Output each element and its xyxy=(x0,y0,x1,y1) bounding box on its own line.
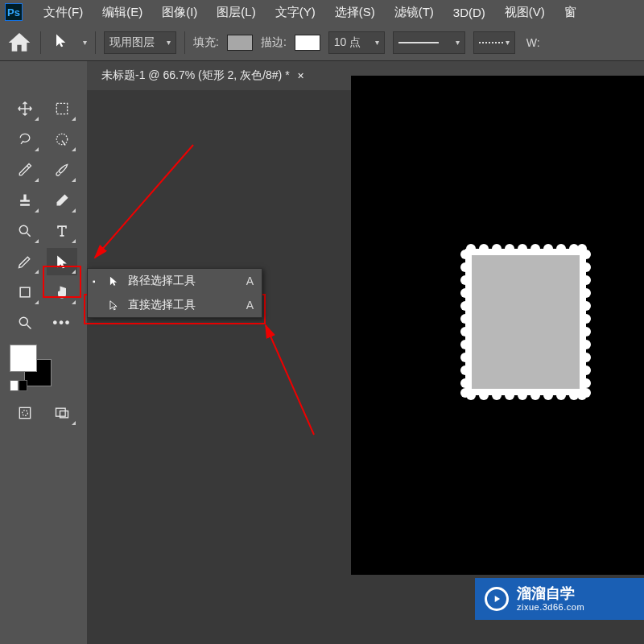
path-select-tool[interactable] xyxy=(47,248,77,275)
fill-label: 填充: xyxy=(193,35,219,50)
chevron-down-icon: ▾ xyxy=(506,38,510,47)
flyout-shortcut: A xyxy=(246,299,254,312)
black-arrow-icon xyxy=(107,275,120,287)
stroke-width-value: 10 点 xyxy=(334,35,361,50)
svg-point-4 xyxy=(19,317,27,325)
menu-file[interactable]: 文件(F) xyxy=(35,2,91,23)
fill-color-swatch[interactable] xyxy=(227,35,253,51)
document-tab[interactable]: 未标题-1 @ 66.7% (矩形 2, 灰色/8#) * × xyxy=(87,61,314,90)
marquee-tool[interactable] xyxy=(47,95,77,122)
stroke-style-line xyxy=(398,42,439,43)
play-icon xyxy=(485,587,509,611)
shape-mode-select[interactable]: 现用图层 ▾ xyxy=(104,31,176,54)
menu-select[interactable]: 选择(S) xyxy=(327,2,383,23)
flyout-direct-selection[interactable]: 直接选择工具 A xyxy=(88,293,262,317)
eraser-tool[interactable] xyxy=(47,187,77,214)
chevron-down-icon[interactable]: ▾ xyxy=(83,38,87,47)
eyedropper-tool[interactable] xyxy=(10,156,40,184)
watermark-title: 溜溜自学 xyxy=(517,586,584,602)
app-logo: Ps xyxy=(5,3,23,21)
color-swatches[interactable] xyxy=(10,345,66,393)
menu-3d[interactable]: 3D(D) xyxy=(445,2,493,23)
path-select-flyout: ▪ 路径选择工具 A 直接选择工具 A xyxy=(87,268,262,318)
svg-point-1 xyxy=(56,134,67,144)
svg-rect-5 xyxy=(19,407,30,418)
menu-filter[interactable]: 滤镜(T) xyxy=(386,2,442,23)
menu-type[interactable]: 文字(Y) xyxy=(267,2,324,23)
foreground-color[interactable] xyxy=(10,345,37,372)
shape-tool[interactable] xyxy=(10,279,40,306)
canvas-artboard xyxy=(351,76,644,575)
chevron-down-icon: ▾ xyxy=(167,38,171,47)
active-bullet-icon: ▪ xyxy=(93,277,99,286)
stroke-width-select[interactable]: 10 点 ▾ xyxy=(328,31,385,54)
menu-image[interactable]: 图像(I) xyxy=(154,2,205,23)
flyout-shortcut: A xyxy=(246,275,254,287)
flyout-path-selection[interactable]: ▪ 路径选择工具 A xyxy=(88,269,262,293)
watermark-sub: zixue.3d66.com xyxy=(517,602,584,612)
pointer-icon[interactable] xyxy=(49,31,73,53)
type-tool[interactable] xyxy=(47,217,77,245)
menu-edit[interactable]: 编辑(E) xyxy=(94,2,151,23)
chevron-down-icon: ▾ xyxy=(375,38,379,47)
pen-tool[interactable] xyxy=(10,248,40,275)
quick-select-tool[interactable] xyxy=(47,126,77,153)
stroke-color-swatch[interactable] xyxy=(295,35,320,51)
stroke-style-select[interactable]: ▾ xyxy=(393,31,465,54)
zoom-tool[interactable] xyxy=(10,309,40,336)
white-arrow-icon xyxy=(107,299,120,311)
width-label: W: xyxy=(526,36,540,49)
svg-point-6 xyxy=(23,411,28,416)
lasso-tool[interactable] xyxy=(10,126,40,153)
stamp-tool[interactable] xyxy=(10,187,40,214)
dodge-tool[interactable] xyxy=(10,217,40,245)
home-button[interactable] xyxy=(6,30,32,56)
stroke-dash xyxy=(479,42,503,43)
svg-rect-7 xyxy=(56,408,66,416)
menu-bar: Ps 文件(F) 编辑(E) 图像(I) 图层(L) 文字(Y) 选择(S) 滤… xyxy=(0,0,644,24)
screenmode-tool[interactable] xyxy=(47,399,77,427)
stroke-dash-select[interactable]: ▾ xyxy=(473,31,515,54)
default-colors-icon[interactable] xyxy=(10,380,27,391)
separator xyxy=(184,31,185,54)
document-tab-title: 未标题-1 @ 66.7% (矩形 2, 灰色/8#) * xyxy=(101,68,290,83)
menu-window[interactable]: 窗 xyxy=(556,2,584,23)
close-icon[interactable]: × xyxy=(298,69,304,82)
brush-tool[interactable] xyxy=(47,156,77,184)
separator xyxy=(95,31,96,54)
svg-point-2 xyxy=(19,225,27,233)
options-bar: ▾ 现用图层 ▾ 填充: 描边: 10 点 ▾ ▾ ▾ W: xyxy=(0,24,644,61)
watermark-badge: 溜溜自学 zixue.3d66.com xyxy=(475,578,644,620)
stroke-label: 描边: xyxy=(261,35,287,50)
svg-rect-0 xyxy=(56,103,67,114)
menu-layer[interactable]: 图层(L) xyxy=(208,2,263,23)
svg-rect-3 xyxy=(20,287,30,297)
hand-tool[interactable] xyxy=(47,279,77,306)
chevron-down-icon: ▾ xyxy=(456,38,460,47)
flyout-item-label: 路径选择工具 xyxy=(128,274,196,288)
separator xyxy=(40,31,41,54)
quickmask-tool[interactable] xyxy=(10,399,40,427)
shape-mode-value: 现用图层 xyxy=(109,35,155,50)
move-tool[interactable] xyxy=(10,95,40,122)
flyout-item-label: 直接选择工具 xyxy=(128,298,196,312)
menu-view[interactable]: 视图(V) xyxy=(497,2,553,23)
more-tools[interactable]: ••• xyxy=(47,309,77,336)
tool-panel: ••• xyxy=(0,61,87,644)
